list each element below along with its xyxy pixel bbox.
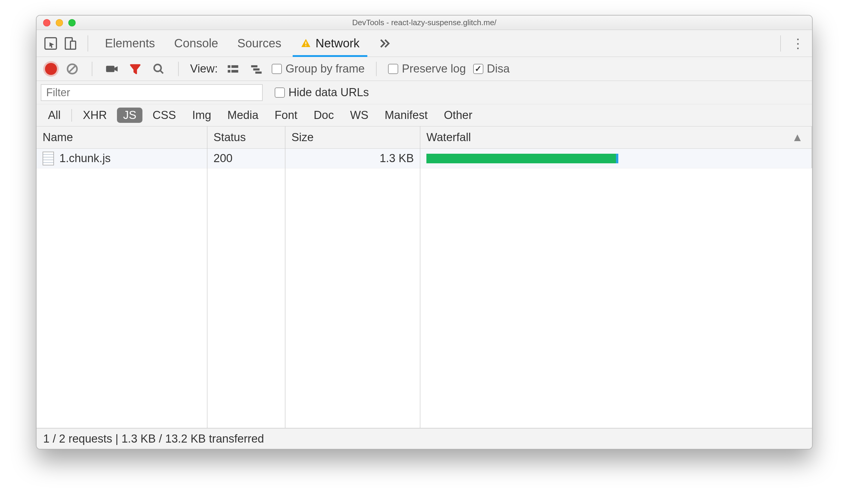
disable-cache-checkbox[interactable]: Disa bbox=[473, 62, 510, 75]
tab-label: Elements bbox=[105, 37, 155, 50]
column-header-size[interactable]: Size bbox=[285, 126, 420, 148]
tab-network[interactable]: Network bbox=[293, 30, 367, 57]
cell-name: 1.chunk.js bbox=[37, 149, 208, 168]
tab-console[interactable]: Console bbox=[166, 30, 226, 57]
tab-elements[interactable]: Elements bbox=[97, 30, 163, 57]
waterfall-icon bbox=[250, 64, 263, 74]
separator bbox=[178, 62, 179, 76]
column-header-status[interactable]: Status bbox=[208, 126, 285, 148]
file-name: 1.chunk.js bbox=[59, 152, 111, 165]
checkbox-icon bbox=[272, 64, 282, 74]
network-toolbar: View: Group by frame Preserve log Disa bbox=[37, 57, 812, 81]
tabs-overflow-button[interactable] bbox=[371, 30, 399, 57]
svg-rect-13 bbox=[231, 70, 239, 73]
svg-rect-3 bbox=[305, 42, 306, 44]
waterfall-track bbox=[426, 152, 806, 164]
type-filter-manifest[interactable]: Manifest bbox=[379, 108, 434, 123]
column-label: Size bbox=[292, 131, 314, 144]
checkbox-label: Group by frame bbox=[285, 62, 365, 75]
record-button[interactable] bbox=[45, 63, 57, 75]
type-filter-all[interactable]: All bbox=[42, 108, 67, 123]
hide-data-urls-checkbox[interactable]: Hide data URLs bbox=[275, 86, 369, 99]
filter-input[interactable] bbox=[41, 84, 263, 101]
type-filter-font[interactable]: Font bbox=[269, 108, 303, 123]
waterfall-overview-button[interactable] bbox=[248, 61, 264, 77]
checkbox-icon bbox=[388, 64, 398, 74]
svg-rect-7 bbox=[106, 66, 115, 72]
table-header: Name Status Size Waterfall ▲ bbox=[37, 126, 812, 149]
type-filter-doc[interactable]: Doc bbox=[307, 108, 340, 123]
checkbox-icon bbox=[275, 88, 285, 98]
checkbox-label: Preserve log bbox=[402, 62, 466, 75]
type-filter-ws[interactable]: WS bbox=[344, 108, 374, 123]
tab-label: Console bbox=[174, 37, 218, 50]
column-header-waterfall[interactable]: Waterfall ▲ bbox=[420, 126, 812, 148]
svg-rect-10 bbox=[228, 65, 231, 68]
clear-icon bbox=[66, 62, 78, 75]
funnel-icon bbox=[129, 63, 141, 75]
requests-table: Name Status Size Waterfall ▲ 1.chunk.js … bbox=[37, 126, 812, 428]
search-icon bbox=[153, 63, 165, 75]
type-filter-other[interactable]: Other bbox=[438, 108, 478, 123]
checkbox-label: Hide data URLs bbox=[288, 86, 369, 99]
table-body: 1.chunk.js 200 1.3 KB bbox=[37, 149, 812, 428]
checkbox-label: Disa bbox=[487, 62, 510, 75]
status-text: 1 / 2 requests | 1.3 KB / 13.2 KB transf… bbox=[43, 432, 264, 445]
separator bbox=[88, 35, 88, 52]
search-button[interactable] bbox=[151, 61, 167, 77]
status-bar: 1 / 2 requests | 1.3 KB / 13.2 KB transf… bbox=[37, 428, 812, 449]
cell-status: 200 bbox=[208, 149, 285, 168]
cell-size: 1.3 KB bbox=[285, 149, 420, 168]
svg-rect-4 bbox=[305, 45, 306, 46]
devtools-window: DevTools - react-lazy-suspense.glitch.me… bbox=[36, 15, 813, 449]
type-filter-css[interactable]: CSS bbox=[147, 108, 182, 123]
table-row[interactable]: 1.chunk.js 200 1.3 KB bbox=[37, 149, 812, 168]
svg-rect-16 bbox=[256, 71, 262, 73]
preserve-log-checkbox[interactable]: Preserve log bbox=[388, 62, 466, 75]
type-filter-img[interactable]: Img bbox=[186, 108, 217, 123]
grid-lines bbox=[37, 149, 812, 428]
warning-icon bbox=[300, 38, 311, 49]
titlebar: DevTools - react-lazy-suspense.glitch.me… bbox=[37, 16, 812, 30]
svg-rect-15 bbox=[253, 68, 260, 70]
main-tabs-row: Elements Console Sources Network ⋮ bbox=[37, 30, 812, 57]
sort-asc-icon: ▲ bbox=[792, 131, 803, 144]
separator bbox=[780, 35, 781, 52]
svg-rect-2 bbox=[70, 41, 75, 49]
capture-screenshots-button[interactable] bbox=[104, 61, 120, 77]
waterfall-bar bbox=[426, 154, 616, 163]
filter-row: Hide data URLs bbox=[37, 81, 812, 104]
separator bbox=[71, 109, 72, 122]
file-icon bbox=[42, 151, 54, 165]
tab-label: Network bbox=[315, 37, 359, 50]
camera-icon bbox=[106, 64, 118, 74]
group-by-frame-checkbox[interactable]: Group by frame bbox=[272, 62, 365, 75]
svg-point-8 bbox=[154, 65, 161, 71]
column-label: Name bbox=[42, 131, 73, 144]
clear-button[interactable] bbox=[64, 61, 81, 77]
svg-line-6 bbox=[69, 65, 76, 73]
separator bbox=[376, 62, 376, 76]
type-filter-js[interactable]: JS bbox=[117, 108, 142, 123]
filter-toggle-button[interactable] bbox=[127, 61, 143, 77]
view-label: View: bbox=[190, 62, 218, 75]
checkbox-icon bbox=[473, 64, 483, 74]
type-filter-row: All XHR JS CSS Img Media Font Doc WS Man… bbox=[37, 104, 812, 126]
tab-sources[interactable]: Sources bbox=[230, 30, 289, 57]
chevron-double-right-icon bbox=[379, 37, 391, 50]
svg-rect-12 bbox=[228, 70, 231, 73]
inspect-element-icon[interactable] bbox=[42, 35, 59, 52]
cell-waterfall bbox=[420, 149, 812, 168]
column-header-name[interactable]: Name bbox=[37, 126, 208, 148]
svg-rect-11 bbox=[231, 65, 239, 68]
type-filter-media[interactable]: Media bbox=[221, 108, 264, 123]
list-icon bbox=[227, 64, 239, 74]
kebab-icon: ⋮ bbox=[791, 36, 805, 51]
type-filter-xhr[interactable]: XHR bbox=[77, 108, 113, 123]
more-options-button[interactable]: ⋮ bbox=[790, 35, 806, 52]
device-toggle-icon[interactable] bbox=[63, 35, 78, 52]
column-label: Status bbox=[213, 131, 246, 144]
large-rows-button[interactable] bbox=[225, 61, 241, 77]
tab-label: Sources bbox=[237, 37, 282, 50]
svg-rect-14 bbox=[251, 65, 258, 67]
